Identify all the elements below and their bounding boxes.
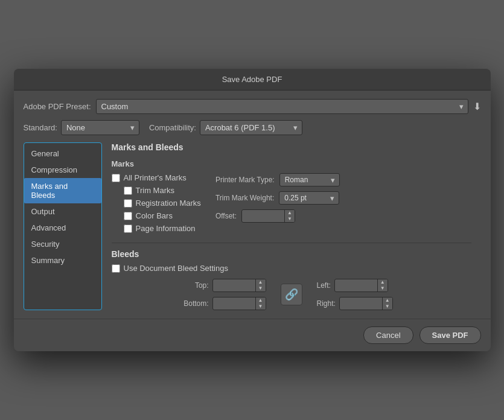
- all-printers-marks-row: All Printer's Marks: [112, 173, 201, 182]
- bleed-top-row: Top: 0 mm ▲ ▼: [112, 279, 266, 292]
- sidebar-item-output[interactable]: Output: [24, 203, 101, 220]
- standard-label: Standard:: [24, 123, 57, 132]
- bleed-bottom-spinner-buttons: ▲ ▼: [255, 298, 266, 310]
- bleed-bottom-label: Bottom:: [183, 299, 208, 308]
- use-document-bleed-row: Use Document Bleed Settings: [112, 264, 471, 273]
- bleed-right-spinner: 0 mm ▲ ▼: [339, 297, 393, 310]
- sidebar-item-security[interactable]: Security: [24, 236, 101, 252]
- standard-compat-row: Standard: None ▾ Compatibility: Acrobat …: [24, 120, 481, 135]
- marks-right-options: Printer Mark Type: Roman ▾ Trim Mark Wei…: [215, 173, 340, 233]
- printer-mark-type-label: Printer Mark Type:: [215, 176, 275, 184]
- link-icon: 🔗: [285, 288, 298, 301]
- save-pdf-button[interactable]: Save PDF: [419, 326, 481, 344]
- all-printers-marks-label: All Printer's Marks: [124, 173, 187, 182]
- page-information-checkbox[interactable]: [124, 224, 132, 233]
- trim-mark-weight-row: Trim Mark Weight: 0.25 pt ▾: [215, 191, 340, 205]
- standard-select[interactable]: None: [61, 120, 139, 135]
- bleed-top-input[interactable]: 0 mm: [213, 279, 255, 291]
- trim-marks-checkbox[interactable]: [124, 186, 132, 195]
- bleed-left-spinner: 0 mm ▲ ▼: [334, 279, 388, 292]
- bleed-right-decrement-button[interactable]: ▼: [383, 304, 392, 310]
- compat-select-wrap: Acrobat 6 (PDF 1.5) ▾: [200, 120, 302, 135]
- offset-spinner: 2.117 mm ▲ ▼: [241, 209, 295, 223]
- bleed-right-label: Right:: [317, 299, 336, 308]
- sidebar-item-marks-and-bleeds[interactable]: Marks and Bleeds: [24, 178, 101, 203]
- bleed-right-increment-button[interactable]: ▲: [383, 298, 392, 304]
- sidebar-item-summary[interactable]: Summary: [24, 252, 101, 269]
- compatibility-group: Compatibility: Acrobat 6 (PDF 1.5) ▾: [149, 120, 302, 135]
- dialog-footer: Cancel Save PDF: [14, 319, 491, 351]
- bleed-bottom-row: Bottom: 0 mm ▲ ▼: [112, 297, 266, 310]
- sidebar-item-general[interactable]: General: [24, 145, 101, 162]
- trim-mark-weight-label: Trim Mark Weight:: [215, 194, 274, 202]
- preset-select[interactable]: Custom: [96, 99, 468, 114]
- trim-marks-label: Trim Marks: [136, 186, 175, 195]
- use-document-bleed-checkbox[interactable]: [112, 264, 120, 273]
- use-document-bleed-label: Use Document Bleed Settings: [124, 264, 228, 273]
- color-bars-checkbox[interactable]: [124, 212, 132, 220]
- section-title: Marks and Bleeds: [112, 142, 471, 152]
- save-preset-icon[interactable]: ⬇: [473, 101, 481, 112]
- bleed-left-increment-button[interactable]: ▲: [378, 279, 388, 285]
- printer-mark-type-select-wrap: Roman ▾: [279, 173, 340, 186]
- bleed-right-column: Left: 0 mm ▲ ▼ Right:: [317, 279, 471, 310]
- offset-row: Offset: 2.117 mm ▲ ▼: [215, 209, 340, 223]
- offset-input[interactable]: 2.117 mm: [242, 210, 284, 222]
- bleed-link-button[interactable]: 🔗: [281, 284, 302, 305]
- bleed-right-input[interactable]: 0 mm: [340, 298, 382, 310]
- dialog-title: Save Adobe PDF: [222, 75, 282, 84]
- sidebar: General Compression Marks and Bleeds Out…: [24, 142, 102, 310]
- bleeds-section: Bleeds Use Document Bleed Settings Top: …: [112, 249, 471, 310]
- compatibility-select[interactable]: Acrobat 6 (PDF 1.5): [200, 120, 302, 135]
- divider: [112, 243, 471, 243]
- bleed-top-increment-button[interactable]: ▲: [256, 279, 266, 285]
- bleed-top-spinner-buttons: ▲ ▼: [255, 279, 266, 291]
- bleeds-grid: Top: 0 mm ▲ ▼ Bottom:: [112, 279, 471, 310]
- preset-select-wrap: Custom ▾: [96, 99, 468, 114]
- registration-marks-row: Registration Marks: [124, 199, 201, 208]
- registration-marks-checkbox[interactable]: [124, 199, 132, 208]
- bleed-bottom-decrement-button[interactable]: ▼: [256, 304, 266, 310]
- bleed-bottom-increment-button[interactable]: ▲: [256, 298, 266, 304]
- trim-mark-weight-select-wrap: 0.25 pt ▾: [279, 191, 339, 205]
- marks-checkboxes: All Printer's Marks Trim Marks Registrat…: [112, 173, 201, 233]
- marks-subtitle: Marks: [112, 159, 471, 168]
- color-bars-label: Color Bars: [136, 211, 173, 220]
- all-printers-marks-checkbox[interactable]: [112, 174, 120, 182]
- bleed-left-row: Left: 0 mm ▲ ▼: [317, 279, 471, 292]
- preset-row: Adobe PDF Preset: Custom ▾ ⬇: [24, 99, 481, 114]
- standard-select-wrap: None ▾: [61, 120, 139, 135]
- page-information-label: Page Information: [136, 224, 196, 233]
- color-bars-row: Color Bars: [124, 211, 201, 220]
- bleed-left-column: Top: 0 mm ▲ ▼ Bottom:: [112, 279, 266, 310]
- bleed-left-decrement-button[interactable]: ▼: [378, 285, 388, 291]
- printer-mark-type-row: Printer Mark Type: Roman ▾: [215, 173, 340, 186]
- marks-section: Marks All Printer's Marks Trim Marks: [112, 159, 471, 233]
- printer-mark-type-select[interactable]: Roman: [279, 173, 340, 186]
- sidebar-item-advanced[interactable]: Advanced: [24, 220, 101, 236]
- bleed-right-spinner-buttons: ▲ ▼: [382, 298, 392, 310]
- save-pdf-dialog: Save Adobe PDF Adobe PDF Preset: Custom …: [14, 69, 491, 351]
- cancel-button[interactable]: Cancel: [363, 326, 413, 344]
- standard-group: Standard: None ▾: [24, 120, 139, 135]
- offset-increment-button[interactable]: ▲: [285, 210, 295, 216]
- offset-label: Offset:: [215, 212, 237, 220]
- trim-mark-weight-select[interactable]: 0.25 pt: [279, 191, 339, 205]
- offset-decrement-button[interactable]: ▼: [285, 216, 295, 222]
- content-area: General Compression Marks and Bleeds Out…: [24, 142, 481, 310]
- bleed-right-row: Right: 0 mm ▲ ▼: [317, 297, 471, 310]
- registration-marks-label: Registration Marks: [136, 199, 201, 208]
- bleeds-title: Bleeds: [112, 249, 471, 259]
- bleed-left-input[interactable]: 0 mm: [335, 279, 377, 291]
- bleed-top-decrement-button[interactable]: ▼: [256, 285, 266, 291]
- bleed-left-label: Left:: [317, 281, 331, 290]
- title-bar: Save Adobe PDF: [14, 69, 491, 91]
- bleed-left-spinner-buttons: ▲ ▼: [377, 279, 388, 291]
- page-information-row: Page Information: [124, 224, 201, 233]
- bleed-bottom-spinner: 0 mm ▲ ▼: [212, 297, 266, 310]
- bleed-bottom-input[interactable]: 0 mm: [213, 298, 255, 310]
- main-panel: Marks and Bleeds Marks All Printer's Mar…: [102, 142, 481, 310]
- sidebar-item-compression[interactable]: Compression: [24, 162, 101, 178]
- bleed-link-col: 🔗: [276, 284, 307, 305]
- bleed-top-spinner: 0 mm ▲ ▼: [212, 279, 266, 292]
